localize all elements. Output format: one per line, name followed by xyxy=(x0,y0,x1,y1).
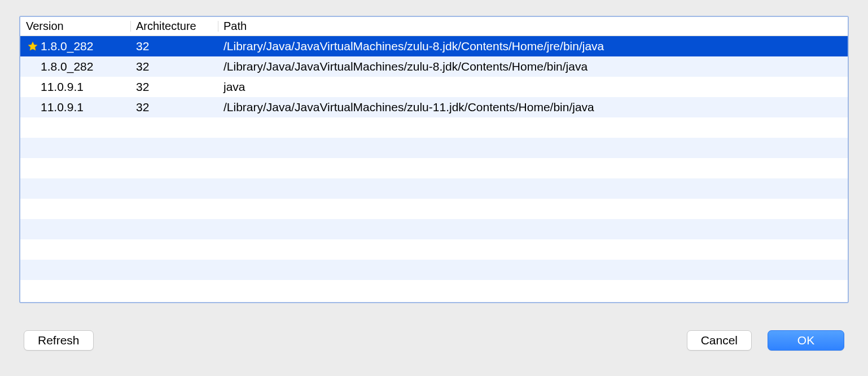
table-row-empty xyxy=(20,280,848,300)
star-icon xyxy=(25,41,41,52)
cell-version: 11.0.9.1 xyxy=(20,98,130,116)
table-row-empty xyxy=(20,239,848,260)
table-row-empty xyxy=(20,260,848,280)
table-header-row: Version Architecture Path xyxy=(20,17,848,36)
ok-button[interactable]: OK xyxy=(768,330,844,351)
table-row-empty xyxy=(20,117,848,138)
cell-path: java xyxy=(218,78,848,96)
table-row-empty xyxy=(20,178,848,199)
column-header-version[interactable]: Version xyxy=(20,18,130,35)
cell-path: /Library/Java/JavaVirtualMachines/zulu-1… xyxy=(218,98,848,116)
table-row[interactable]: 1.8.0_28232/Library/Java/JavaVirtualMach… xyxy=(20,36,848,56)
button-bar: Refresh Cancel OK xyxy=(19,303,849,351)
cell-architecture: 32 xyxy=(130,78,218,96)
version-text: 11.0.9.1 xyxy=(41,100,84,114)
cell-architecture: 32 xyxy=(130,98,218,116)
cell-version: 1.8.0_282 xyxy=(20,58,130,76)
cancel-button[interactable]: Cancel xyxy=(687,330,752,351)
version-text: 1.8.0_282 xyxy=(41,60,93,73)
column-header-path[interactable]: Path xyxy=(218,18,848,35)
cell-architecture: 32 xyxy=(130,58,218,76)
java-version-table: Version Architecture Path 1.8.0_28232/Li… xyxy=(19,16,849,303)
table-row-empty xyxy=(20,138,848,158)
table-row-empty xyxy=(20,158,848,178)
refresh-button[interactable]: Refresh xyxy=(24,330,94,351)
cell-version: 11.0.9.1 xyxy=(20,78,130,96)
table-row-empty xyxy=(20,219,848,239)
table-row[interactable]: 11.0.9.132/Library/Java/JavaVirtualMachi… xyxy=(20,97,848,117)
table-body: 1.8.0_28232/Library/Java/JavaVirtualMach… xyxy=(20,36,848,302)
cell-version: 1.8.0_282 xyxy=(20,37,130,55)
cell-architecture: 32 xyxy=(130,37,218,55)
cell-path: /Library/Java/JavaVirtualMachines/zulu-8… xyxy=(218,58,848,76)
column-header-architecture[interactable]: Architecture xyxy=(130,18,218,35)
version-text: 11.0.9.1 xyxy=(41,80,84,94)
cell-path: /Library/Java/JavaVirtualMachines/zulu-8… xyxy=(218,37,848,55)
table-row-empty xyxy=(20,199,848,219)
table-row[interactable]: 11.0.9.132java xyxy=(20,77,848,97)
table-row[interactable]: 1.8.0_28232/Library/Java/JavaVirtualMach… xyxy=(20,56,848,77)
version-text: 1.8.0_282 xyxy=(41,40,93,53)
